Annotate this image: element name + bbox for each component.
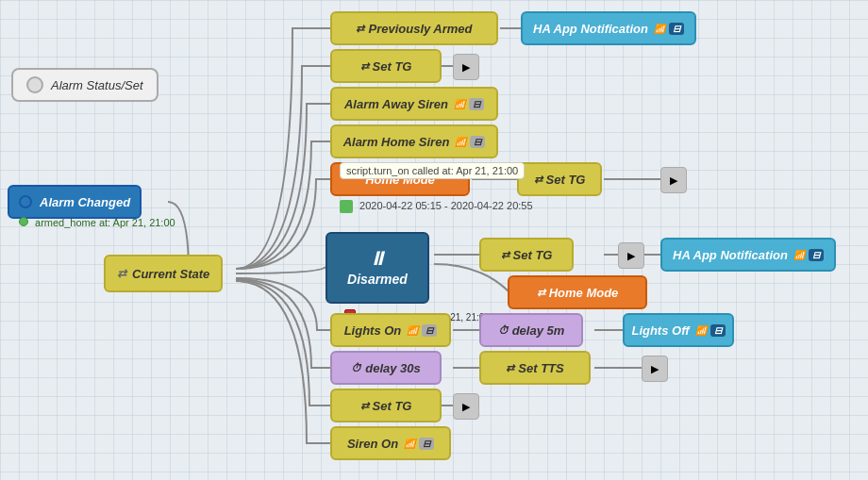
status-text: armed_home at: Apr 21, 21:00 [19,217,175,228]
away-badge: ⊟ [469,98,484,110]
wifi-icon-7: 📶 [404,439,415,449]
date-range-text: 2020-04-22 05:15 - 2020-04-22 20:55 [340,200,533,213]
set-tg-1-node[interactable]: ⇄ Set TG [330,49,442,83]
tooltip-box: script.turn_on called at: Apr 21, 21:00 [340,162,525,179]
lights-on-label: Lights On [344,323,402,338]
set-tg-2-arrow[interactable]: ▶ [660,167,687,193]
delay-30s-label: delay 30s [365,361,421,375]
comment-icon [26,76,43,93]
lights-off-badge: ⊟ [710,324,726,337]
disarmed-icon: ⏸ [368,249,387,268]
alarm-changed-label: Alarm Changed [40,195,130,209]
set-tts-icon: ⇄ [506,362,514,374]
alarm-away-siren-node[interactable]: Alarm Away Siren 📶 ⊟ [330,87,498,121]
set-tts-arrow[interactable]: ▶ [642,356,668,382]
set-tg-1-arrow[interactable]: ▶ [453,54,479,80]
wifi-icon-2: 📶 [454,99,465,109]
set-tg-2-icon: ⇄ [534,174,542,186]
siren-on-node[interactable]: Siren On 📶 ⊟ [330,426,451,460]
set-tg-3-icon: ⇄ [501,249,509,261]
set-tg-3-node[interactable]: ⇄ Set TG [479,238,574,272]
delay-30s-icon: ⏱ [351,362,361,373]
siren-on-label: Siren On [347,437,398,451]
alarm-changed-node[interactable]: Alarm Changed [8,185,142,219]
lights-on-node[interactable]: Lights On 📶 ⊟ [330,313,451,347]
set-tg-2-node[interactable]: ⇄ Set TG [517,162,602,196]
disarmed-label: Disarmed [347,272,408,287]
lights-off-node[interactable]: Lights Off 📶 ⊟ [623,313,734,347]
alarm-home-siren-node[interactable]: Alarm Home Siren 📶 ⊟ [330,124,498,158]
date-green-box [340,200,353,213]
delay-5m-label: delay 5m [512,323,565,338]
set-tg-1-label: Set TG [373,59,412,74]
current-state-node[interactable]: ⇄ Current State [104,255,223,292]
set-tg-4-node[interactable]: ⇄ Set TG [330,389,442,422]
wifi-icon-1: 📶 [654,24,665,34]
set-tg-2-label: Set TG [546,173,586,187]
ha-badge-2: ⊟ [809,249,824,261]
delay-5m-icon: ⏱ [498,324,509,336]
current-state-label: Current State [132,267,209,281]
ha-notification-2-label: HA App Notification [673,248,788,262]
alarm-status-node[interactable]: Alarm Status/Set [11,68,159,102]
home-mode-2-label: Home Mode [549,286,619,300]
delay-30s-node[interactable]: ⏱ delay 30s [330,351,442,385]
previously-armed-label: Previously Armed [368,22,472,36]
shuffle-icon: ⇄ [117,267,126,280]
lights-on-badge: ⊟ [422,324,437,337]
lights-off-label: Lights Off [631,323,689,338]
prev-armed-icon: ⇄ [356,23,364,35]
alarm-changed-icon [19,195,32,208]
ha-app-notification-1-node[interactable]: HA App Notification 📶 ⊟ [521,11,696,45]
ha-notification-1-label: HA App Notification [533,22,648,36]
set-tts-node[interactable]: ⇄ Set TTS [479,351,591,385]
set-tg-4-arrow[interactable]: ▶ [453,393,479,420]
set-tts-label: Set TTS [518,361,563,375]
alarm-away-siren-label: Alarm Away Siren [344,97,448,111]
siren-on-badge: ⊟ [419,438,434,450]
ha-badge-1: ⊟ [669,23,684,35]
wifi-icon-4: 📶 [793,250,805,260]
delay-5m-node[interactable]: ⏱ delay 5m [479,313,583,347]
alarm-home-siren-label: Alarm Home Siren [343,135,450,149]
wifi-icon-3: 📶 [455,137,466,147]
set-tg-3-arrow[interactable]: ▶ [618,242,644,269]
disarmed-node[interactable]: ⏸ Disarmed [326,232,429,304]
previously-armed-node[interactable]: ⇄ Previously Armed [330,11,498,45]
alarm-status-label: Alarm Status/Set [51,78,143,92]
wifi-icon-6: 📶 [695,325,707,336]
home-mode-2-node[interactable]: ⇄ Home Mode [508,275,647,309]
wifi-icon-5: 📶 [407,325,418,336]
set-tg-3-label: Set TG [513,248,553,262]
set-tg-4-label: Set TG [373,399,412,413]
home-siren-badge: ⊟ [470,136,485,148]
home-mode-2-icon: ⇄ [537,287,545,299]
set-tg-4-icon: ⇄ [360,400,369,412]
set-tg-1-icon: ⇄ [360,60,369,73]
ha-app-notification-2-node[interactable]: HA App Notification 📶 ⊟ [660,238,836,272]
